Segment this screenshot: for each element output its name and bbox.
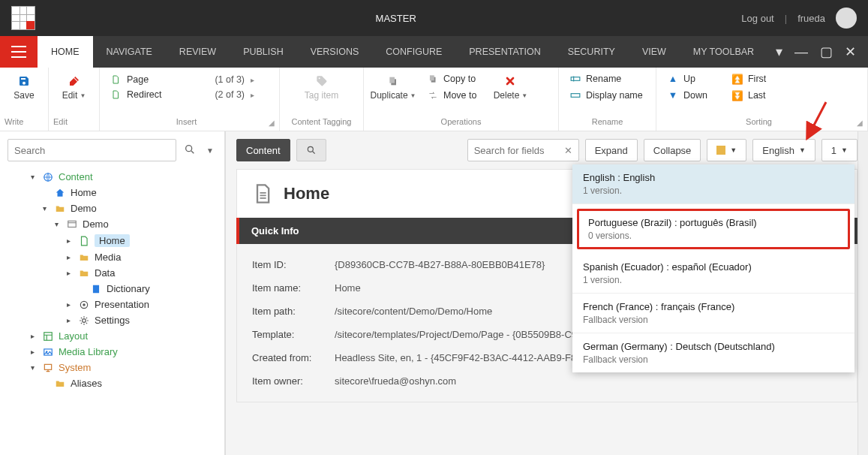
menu-tab-security[interactable]: SECURITY	[554, 36, 629, 68]
avatar[interactable]	[836, 8, 857, 29]
language-option[interactable]: French (France) : français (France)Fallb…	[572, 294, 854, 333]
tree-label: System	[59, 362, 91, 373]
tree-node-system[interactable]: ▾System	[5, 360, 220, 375]
expand-arrow-icon[interactable]: ▾	[27, 173, 38, 181]
menu-tab-publish[interactable]: PUBLISH	[230, 36, 297, 68]
tree-node-aliases[interactable]: Aliases	[5, 375, 220, 391]
search-options-icon[interactable]: ▼	[203, 143, 217, 158]
tree-node-home[interactable]: Home	[5, 185, 220, 200]
clear-icon[interactable]: ✕	[564, 145, 572, 156]
insert-option[interactable]: Redirect(2 of 3)▸	[107, 87, 257, 102]
dropdown-icon[interactable]: ▾	[773, 44, 785, 60]
svg-point-2	[186, 145, 192, 151]
scrollbar[interactable]	[857, 131, 868, 455]
copy-to-button[interactable]: Copy to	[424, 72, 479, 86]
topbar: MASTER Log out | frueda	[0, 0, 868, 36]
language-option[interactable]: Spanish (Ecuador) : español (Ecuador)1 v…	[572, 254, 854, 294]
tree-search-input[interactable]	[8, 139, 176, 161]
tree-node-media-library[interactable]: ▸Media Library	[5, 344, 220, 360]
duplicate-button[interactable]: Duplicate▼	[371, 72, 415, 101]
rename-button[interactable]: Rename	[566, 72, 646, 86]
hamburger-menu[interactable]	[0, 36, 38, 68]
sort-down-button[interactable]: ▼Down	[664, 89, 710, 102]
sort-up-button[interactable]: ▲Up	[664, 72, 710, 86]
app-logo[interactable]	[11, 6, 35, 30]
close-icon[interactable]: ✕	[842, 44, 859, 60]
logout-link[interactable]: Log out	[741, 13, 773, 24]
expand-button[interactable]: Expand	[585, 139, 638, 161]
tree-node-media[interactable]: ▸Media	[5, 249, 220, 265]
collapse-button[interactable]: Collapse	[644, 139, 701, 161]
language-button[interactable]: English▼	[752, 139, 815, 161]
chevron-right-icon: ▸	[251, 76, 254, 84]
tree-node-settings[interactable]: ▸Settings	[5, 312, 220, 328]
delete-button[interactable]: Delete▼	[488, 72, 532, 101]
search-icon	[306, 145, 317, 155]
up-icon: ▲	[667, 73, 679, 85]
edit-button[interactable]: Edit▼	[56, 72, 92, 101]
menu-tab-presentation[interactable]: PRESENTATION	[455, 36, 554, 68]
menu-tab-navigate[interactable]: NAVIGATE	[93, 36, 166, 68]
view-options-button[interactable]: ▼	[707, 139, 746, 161]
tree-node-layout[interactable]: ▸Layout	[5, 328, 220, 344]
insert-count: (2 of 3)	[215, 89, 245, 100]
display-name-button[interactable]: Display name	[566, 89, 646, 102]
save-button[interactable]: Save	[8, 72, 41, 101]
tree-label: Presentation	[95, 299, 149, 310]
search-icon[interactable]	[181, 140, 199, 161]
last-icon: ⏬	[731, 89, 743, 101]
tree-node-data[interactable]: ▸Data	[5, 265, 220, 281]
group-write-label: Write	[5, 117, 23, 128]
maximize-icon[interactable]: ▢	[817, 44, 836, 60]
version-button[interactable]: 1▼	[821, 139, 857, 161]
move-to-button[interactable]: Move to	[424, 89, 479, 102]
move-icon	[427, 89, 439, 101]
expand-arrow-icon[interactable]: ▸	[63, 253, 74, 261]
expand-arrow-icon[interactable]: ▸	[63, 316, 74, 324]
menu-tab-configure[interactable]: CONFIGURE	[372, 36, 455, 68]
expand-arrow-icon[interactable]: ▸	[63, 300, 74, 309]
tree-node-demo[interactable]: ▾Demo	[5, 200, 220, 216]
first-icon: ⏫	[731, 73, 743, 85]
sort-last-button[interactable]: ⏬Last	[728, 89, 769, 102]
svg-rect-4	[68, 221, 77, 227]
tree-node-presentation[interactable]: ▸Presentation	[5, 297, 220, 312]
tree-node-demo[interactable]: ▾Demo	[5, 216, 220, 232]
menu-tab-home[interactable]: HOME	[38, 36, 93, 68]
sort-first-button[interactable]: ⏫First	[728, 72, 769, 86]
expand-arrow-icon[interactable]: ▾	[27, 363, 38, 372]
language-option[interactable]: Portuguese (Brazil) : português (Brasil)…	[577, 209, 850, 249]
sorting-launcher[interactable]: ◢	[857, 119, 863, 127]
menu-tab-review[interactable]: REVIEW	[166, 36, 230, 68]
group-rename-label: Rename	[592, 117, 623, 128]
insert-option[interactable]: Page(1 of 3)▸	[107, 72, 257, 87]
expand-arrow-icon[interactable]: ▾	[39, 204, 50, 212]
search-tab-button[interactable]	[296, 139, 326, 161]
media-icon	[42, 347, 54, 357]
menu-tab-versions[interactable]: VERSIONS	[297, 36, 373, 68]
expand-arrow-icon[interactable]: ▾	[51, 220, 62, 228]
username-label[interactable]: frueda	[797, 13, 825, 24]
search-fields-box[interactable]: ✕	[467, 139, 579, 161]
language-option[interactable]: English : English1 version.	[572, 164, 854, 204]
search-fields-input[interactable]	[474, 145, 560, 156]
language-option[interactable]: German (Germany) : Deutsch (Deutschland)…	[572, 333, 854, 372]
expand-arrow-icon[interactable]: ▸	[27, 332, 38, 340]
minimize-icon[interactable]: —	[791, 44, 811, 60]
info-value: sitecore\frueda@oshyn.com	[335, 375, 842, 387]
page-icon	[78, 236, 90, 246]
expand-arrow-icon[interactable]: ▸	[27, 348, 38, 356]
menu-tab-view[interactable]: VIEW	[629, 36, 680, 68]
tree-node-content[interactable]: ▾Content	[5, 169, 220, 185]
menu-tab-my-toolbar[interactable]: MY TOOLBAR	[680, 36, 767, 68]
expand-arrow-icon[interactable]: ▸	[63, 237, 74, 245]
tree-node-dictionary[interactable]: Dictionary	[5, 281, 220, 297]
content-tab[interactable]: Content	[236, 139, 290, 161]
display-name-label: Display name	[586, 90, 643, 101]
tag-icon	[316, 75, 328, 87]
tree-label: Data	[95, 267, 115, 279]
tree-label: Home	[71, 187, 97, 198]
expand-arrow-icon[interactable]: ▸	[63, 269, 74, 277]
insert-launcher[interactable]: ◢	[269, 119, 275, 127]
tree-node-home[interactable]: ▸Home	[5, 232, 220, 249]
